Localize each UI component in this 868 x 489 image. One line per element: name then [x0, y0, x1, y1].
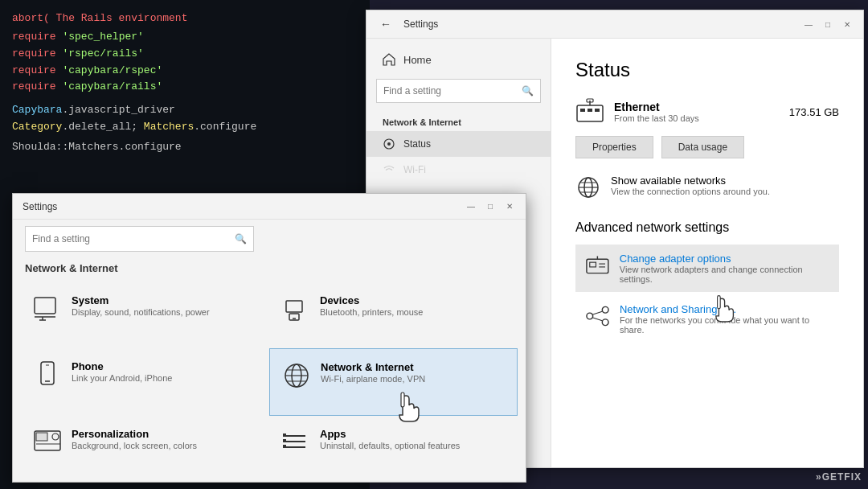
advanced-item-adapter[interactable]: Change adapter options View network adap…	[575, 244, 839, 292]
svg-line-22	[593, 318, 603, 321]
code-content: abort( The Rails environment require 'sp…	[0, 0, 370, 164]
network-globe-icon	[575, 175, 601, 200]
show-networks-title: Show available networks	[611, 175, 770, 187]
close-button-front[interactable]: ✕	[503, 200, 516, 213]
sidebar-status-label: Status	[403, 138, 431, 150]
show-networks-text: Show available networks View the connect…	[611, 175, 770, 196]
search-icon-back: 🔍	[522, 85, 534, 97]
svg-rect-4	[588, 109, 592, 112]
svg-line-21	[593, 311, 603, 314]
svg-point-41	[52, 434, 59, 440]
ethernet-sub: From the last 30 days	[614, 113, 789, 123]
svg-rect-2	[577, 105, 603, 121]
app-item-apps[interactable]: Apps Uninstall, defaults, optional featu…	[269, 416, 518, 482]
window-controls-back: — □ ✕	[802, 18, 854, 31]
app-item-system[interactable]: System Display, sound, notifications, po…	[21, 282, 269, 348]
svg-rect-46	[283, 439, 286, 442]
sidebar-section-title: Network & Internet	[366, 109, 551, 131]
ethernet-section: Ethernet From the last 30 days 173.51 GB	[575, 97, 839, 126]
data-usage-button[interactable]: Data usage	[661, 136, 744, 158]
back-window-title: Settings	[403, 18, 438, 30]
devices-desc: Bluetooth, printers, mouse	[320, 306, 423, 318]
phone-desc: Link your Android, iPhone	[72, 372, 172, 384]
sharing-sub: For the networks you con... ide what you…	[620, 315, 829, 335]
personalization-desc: Background, lock screen, colors	[72, 440, 197, 452]
sidebar-home[interactable]: Home	[366, 47, 551, 72]
svg-rect-3	[580, 109, 585, 112]
phone-text: Phone Link your Android, iPhone	[72, 360, 172, 384]
home-label: Home	[403, 54, 432, 66]
system-name: System	[72, 294, 210, 306]
system-text: System Display, sound, notifications, po…	[72, 294, 210, 318]
show-networks-section: Show available networks View the connect…	[575, 175, 839, 200]
svg-rect-47	[283, 445, 286, 448]
ethernet-size: 173.51 GB	[789, 106, 839, 118]
status-title: Status	[575, 59, 839, 81]
back-button[interactable]: ←	[376, 14, 395, 34]
svg-rect-28	[289, 314, 299, 320]
sidebar-wifi-label: Wi-Fi	[403, 164, 426, 175]
properties-button[interactable]: Properties	[575, 136, 653, 158]
adapter-title: Change adapter options	[620, 253, 829, 265]
home-icon	[383, 53, 395, 66]
apps-grid: System Display, sound, notifications, po…	[13, 282, 526, 482]
search-input-front[interactable]	[32, 233, 235, 244]
app-item-devices[interactable]: Devices Bluetooth, printers, mouse	[269, 282, 518, 348]
titlebar-front: Settings — □ ✕	[13, 194, 526, 220]
sidebar-item-wifi[interactable]: Wi-Fi	[366, 157, 551, 183]
network-icon	[282, 361, 311, 390]
close-button-back[interactable]: ✕	[841, 18, 854, 31]
devices-icon	[281, 294, 310, 323]
search-box-back[interactable]: 🔍	[376, 79, 541, 103]
system-icon	[33, 294, 62, 323]
phone-name: Phone	[72, 360, 172, 372]
titlebar-back: ← Settings — □ ✕	[366, 10, 863, 39]
svg-rect-23	[35, 298, 55, 314]
app-item-network[interactable]: Network & Internet Wi-Fi, airplane mode,…	[269, 348, 518, 416]
front-section-label: Network & Internet	[13, 258, 526, 282]
ethernet-icon	[575, 97, 604, 126]
sharing-title: Network and Sharing C...	[620, 303, 829, 315]
wifi-icon	[383, 163, 395, 176]
phone-icon	[33, 360, 62, 389]
personalization-text: Personalization Background, lock screen,…	[72, 428, 197, 452]
front-content: 🔍 Network & Internet System Display, sou…	[13, 220, 526, 482]
window-controls-front: — □ ✕	[465, 200, 516, 213]
titlebar-left: ← Settings	[376, 14, 438, 34]
app-item-phone[interactable]: Phone Link your Android, iPhone	[21, 348, 269, 416]
advanced-title: Advanced network settings	[575, 220, 839, 235]
apps-icon	[281, 428, 310, 457]
network-name: Network & Internet	[321, 361, 425, 373]
devices-text: Devices Bluetooth, printers, mouse	[320, 294, 423, 318]
watermark: »GETFIX	[816, 471, 862, 483]
content-back: Status Ethernet From the last 30 days 17…	[551, 39, 863, 467]
apps-text: Apps Uninstall, defaults, optional featu…	[320, 428, 460, 452]
advanced-item-sharing[interactable]: Network and Sharing C... For the network…	[575, 295, 839, 343]
minimize-button-front[interactable]: —	[465, 200, 477, 213]
app-item-personalization[interactable]: Personalization Background, lock screen,…	[21, 416, 269, 482]
personalization-name: Personalization	[72, 428, 197, 440]
maximize-button-front[interactable]: □	[484, 200, 497, 213]
adapter-text: Change adapter options View network adap…	[620, 253, 829, 284]
search-icon-front: 🔍	[235, 233, 247, 244]
svg-rect-27	[286, 301, 302, 312]
adapter-icon	[585, 253, 610, 278]
show-networks-sub: View the connection options around you.	[611, 187, 770, 196]
ethernet-name: Ethernet	[614, 101, 789, 113]
apps-desc: Uninstall, defaults, optional features	[320, 440, 460, 452]
settings-window-front: Settings — □ ✕ 🔍 Network & Internet	[12, 193, 526, 483]
svg-rect-39	[36, 433, 47, 441]
svg-rect-5	[595, 109, 600, 112]
svg-point-1	[387, 142, 391, 146]
search-box-front[interactable]: 🔍	[25, 226, 254, 252]
sidebar-item-status[interactable]: Status	[366, 131, 551, 157]
status-icon	[383, 138, 395, 150]
show-networks-row: Show available networks View the connect…	[575, 175, 839, 200]
svg-point-20	[602, 319, 608, 326]
sharing-icon	[585, 303, 610, 329]
network-text: Network & Internet Wi-Fi, airplane mode,…	[321, 361, 425, 385]
maximize-button-back[interactable]: □	[821, 18, 834, 31]
minimize-button-back[interactable]: —	[802, 18, 815, 31]
search-input-back[interactable]	[383, 85, 522, 97]
ethernet-info: Ethernet From the last 30 days	[614, 101, 789, 123]
